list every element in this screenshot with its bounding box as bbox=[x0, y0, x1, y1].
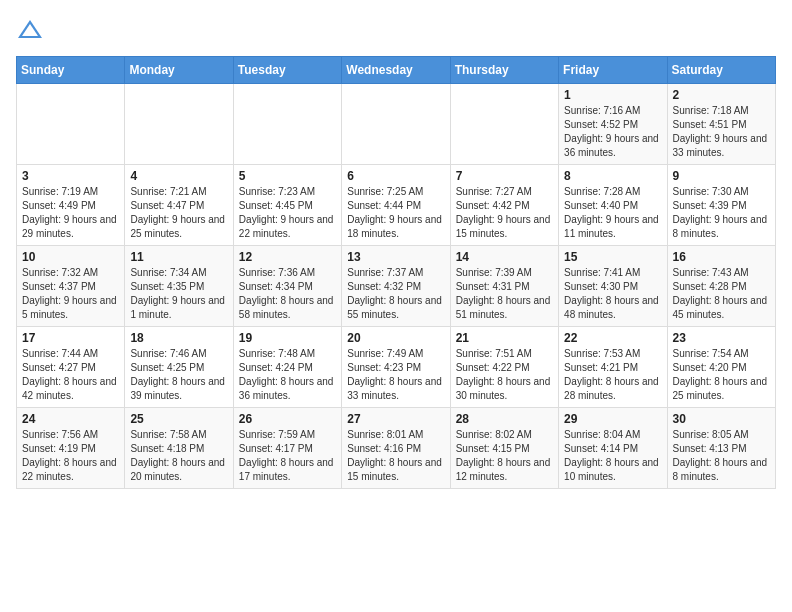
logo-icon bbox=[16, 16, 44, 44]
day-number: 7 bbox=[456, 169, 553, 183]
page-header bbox=[16, 16, 776, 44]
day-number: 30 bbox=[673, 412, 770, 426]
weekday-header-saturday: Saturday bbox=[667, 57, 775, 84]
day-info: Sunrise: 8:02 AM Sunset: 4:15 PM Dayligh… bbox=[456, 428, 553, 484]
calendar-cell: 14Sunrise: 7:39 AM Sunset: 4:31 PM Dayli… bbox=[450, 246, 558, 327]
day-number: 17 bbox=[22, 331, 119, 345]
day-info: Sunrise: 7:56 AM Sunset: 4:19 PM Dayligh… bbox=[22, 428, 119, 484]
week-row-1: 3Sunrise: 7:19 AM Sunset: 4:49 PM Daylig… bbox=[17, 165, 776, 246]
day-number: 24 bbox=[22, 412, 119, 426]
day-number: 11 bbox=[130, 250, 227, 264]
logo bbox=[16, 16, 48, 44]
day-info: Sunrise: 7:16 AM Sunset: 4:52 PM Dayligh… bbox=[564, 104, 661, 160]
calendar-cell: 20Sunrise: 7:49 AM Sunset: 4:23 PM Dayli… bbox=[342, 327, 450, 408]
weekday-header-friday: Friday bbox=[559, 57, 667, 84]
day-number: 16 bbox=[673, 250, 770, 264]
day-number: 25 bbox=[130, 412, 227, 426]
day-info: Sunrise: 7:21 AM Sunset: 4:47 PM Dayligh… bbox=[130, 185, 227, 241]
calendar-cell: 27Sunrise: 8:01 AM Sunset: 4:16 PM Dayli… bbox=[342, 408, 450, 489]
calendar-cell bbox=[342, 84, 450, 165]
calendar-cell: 12Sunrise: 7:36 AM Sunset: 4:34 PM Dayli… bbox=[233, 246, 341, 327]
calendar-cell: 7Sunrise: 7:27 AM Sunset: 4:42 PM Daylig… bbox=[450, 165, 558, 246]
week-row-0: 1Sunrise: 7:16 AM Sunset: 4:52 PM Daylig… bbox=[17, 84, 776, 165]
day-number: 23 bbox=[673, 331, 770, 345]
calendar-cell: 4Sunrise: 7:21 AM Sunset: 4:47 PM Daylig… bbox=[125, 165, 233, 246]
day-info: Sunrise: 8:05 AM Sunset: 4:13 PM Dayligh… bbox=[673, 428, 770, 484]
weekday-header-wednesday: Wednesday bbox=[342, 57, 450, 84]
calendar-cell bbox=[17, 84, 125, 165]
calendar-cell: 18Sunrise: 7:46 AM Sunset: 4:25 PM Dayli… bbox=[125, 327, 233, 408]
day-number: 10 bbox=[22, 250, 119, 264]
calendar-cell: 16Sunrise: 7:43 AM Sunset: 4:28 PM Dayli… bbox=[667, 246, 775, 327]
day-number: 9 bbox=[673, 169, 770, 183]
calendar-cell: 30Sunrise: 8:05 AM Sunset: 4:13 PM Dayli… bbox=[667, 408, 775, 489]
calendar-cell: 11Sunrise: 7:34 AM Sunset: 4:35 PM Dayli… bbox=[125, 246, 233, 327]
calendar-cell: 15Sunrise: 7:41 AM Sunset: 4:30 PM Dayli… bbox=[559, 246, 667, 327]
day-info: Sunrise: 7:53 AM Sunset: 4:21 PM Dayligh… bbox=[564, 347, 661, 403]
calendar-cell: 24Sunrise: 7:56 AM Sunset: 4:19 PM Dayli… bbox=[17, 408, 125, 489]
day-number: 28 bbox=[456, 412, 553, 426]
day-number: 8 bbox=[564, 169, 661, 183]
day-number: 27 bbox=[347, 412, 444, 426]
day-info: Sunrise: 7:48 AM Sunset: 4:24 PM Dayligh… bbox=[239, 347, 336, 403]
day-number: 3 bbox=[22, 169, 119, 183]
day-info: Sunrise: 7:49 AM Sunset: 4:23 PM Dayligh… bbox=[347, 347, 444, 403]
day-info: Sunrise: 7:34 AM Sunset: 4:35 PM Dayligh… bbox=[130, 266, 227, 322]
weekday-header-row: SundayMondayTuesdayWednesdayThursdayFrid… bbox=[17, 57, 776, 84]
day-info: Sunrise: 7:37 AM Sunset: 4:32 PM Dayligh… bbox=[347, 266, 444, 322]
calendar-cell: 2Sunrise: 7:18 AM Sunset: 4:51 PM Daylig… bbox=[667, 84, 775, 165]
calendar-cell: 21Sunrise: 7:51 AM Sunset: 4:22 PM Dayli… bbox=[450, 327, 558, 408]
calendar-header: SundayMondayTuesdayWednesdayThursdayFrid… bbox=[17, 57, 776, 84]
calendar-cell: 3Sunrise: 7:19 AM Sunset: 4:49 PM Daylig… bbox=[17, 165, 125, 246]
calendar-cell bbox=[233, 84, 341, 165]
day-info: Sunrise: 7:18 AM Sunset: 4:51 PM Dayligh… bbox=[673, 104, 770, 160]
calendar-body: 1Sunrise: 7:16 AM Sunset: 4:52 PM Daylig… bbox=[17, 84, 776, 489]
calendar-cell: 26Sunrise: 7:59 AM Sunset: 4:17 PM Dayli… bbox=[233, 408, 341, 489]
calendar-cell: 28Sunrise: 8:02 AM Sunset: 4:15 PM Dayli… bbox=[450, 408, 558, 489]
day-info: Sunrise: 7:51 AM Sunset: 4:22 PM Dayligh… bbox=[456, 347, 553, 403]
day-info: Sunrise: 7:59 AM Sunset: 4:17 PM Dayligh… bbox=[239, 428, 336, 484]
day-number: 14 bbox=[456, 250, 553, 264]
calendar-table: SundayMondayTuesdayWednesdayThursdayFrid… bbox=[16, 56, 776, 489]
calendar-cell: 19Sunrise: 7:48 AM Sunset: 4:24 PM Dayli… bbox=[233, 327, 341, 408]
day-info: Sunrise: 7:36 AM Sunset: 4:34 PM Dayligh… bbox=[239, 266, 336, 322]
day-number: 22 bbox=[564, 331, 661, 345]
day-info: Sunrise: 7:43 AM Sunset: 4:28 PM Dayligh… bbox=[673, 266, 770, 322]
calendar-cell: 1Sunrise: 7:16 AM Sunset: 4:52 PM Daylig… bbox=[559, 84, 667, 165]
day-number: 19 bbox=[239, 331, 336, 345]
day-info: Sunrise: 7:44 AM Sunset: 4:27 PM Dayligh… bbox=[22, 347, 119, 403]
calendar-cell: 29Sunrise: 8:04 AM Sunset: 4:14 PM Dayli… bbox=[559, 408, 667, 489]
week-row-2: 10Sunrise: 7:32 AM Sunset: 4:37 PM Dayli… bbox=[17, 246, 776, 327]
day-info: Sunrise: 7:23 AM Sunset: 4:45 PM Dayligh… bbox=[239, 185, 336, 241]
week-row-3: 17Sunrise: 7:44 AM Sunset: 4:27 PM Dayli… bbox=[17, 327, 776, 408]
calendar-cell: 25Sunrise: 7:58 AM Sunset: 4:18 PM Dayli… bbox=[125, 408, 233, 489]
day-number: 1 bbox=[564, 88, 661, 102]
calendar-cell: 5Sunrise: 7:23 AM Sunset: 4:45 PM Daylig… bbox=[233, 165, 341, 246]
day-number: 15 bbox=[564, 250, 661, 264]
day-number: 21 bbox=[456, 331, 553, 345]
day-info: Sunrise: 8:04 AM Sunset: 4:14 PM Dayligh… bbox=[564, 428, 661, 484]
week-row-4: 24Sunrise: 7:56 AM Sunset: 4:19 PM Dayli… bbox=[17, 408, 776, 489]
calendar-cell: 10Sunrise: 7:32 AM Sunset: 4:37 PM Dayli… bbox=[17, 246, 125, 327]
day-number: 2 bbox=[673, 88, 770, 102]
day-number: 4 bbox=[130, 169, 227, 183]
weekday-header-monday: Monday bbox=[125, 57, 233, 84]
day-info: Sunrise: 8:01 AM Sunset: 4:16 PM Dayligh… bbox=[347, 428, 444, 484]
calendar-cell: 6Sunrise: 7:25 AM Sunset: 4:44 PM Daylig… bbox=[342, 165, 450, 246]
day-info: Sunrise: 7:54 AM Sunset: 4:20 PM Dayligh… bbox=[673, 347, 770, 403]
weekday-header-tuesday: Tuesday bbox=[233, 57, 341, 84]
day-number: 5 bbox=[239, 169, 336, 183]
calendar-cell: 13Sunrise: 7:37 AM Sunset: 4:32 PM Dayli… bbox=[342, 246, 450, 327]
weekday-header-sunday: Sunday bbox=[17, 57, 125, 84]
day-number: 29 bbox=[564, 412, 661, 426]
day-number: 13 bbox=[347, 250, 444, 264]
day-info: Sunrise: 7:41 AM Sunset: 4:30 PM Dayligh… bbox=[564, 266, 661, 322]
calendar-cell bbox=[450, 84, 558, 165]
day-info: Sunrise: 7:30 AM Sunset: 4:39 PM Dayligh… bbox=[673, 185, 770, 241]
day-number: 26 bbox=[239, 412, 336, 426]
calendar-cell: 17Sunrise: 7:44 AM Sunset: 4:27 PM Dayli… bbox=[17, 327, 125, 408]
day-info: Sunrise: 7:39 AM Sunset: 4:31 PM Dayligh… bbox=[456, 266, 553, 322]
day-info: Sunrise: 7:46 AM Sunset: 4:25 PM Dayligh… bbox=[130, 347, 227, 403]
day-info: Sunrise: 7:28 AM Sunset: 4:40 PM Dayligh… bbox=[564, 185, 661, 241]
day-info: Sunrise: 7:19 AM Sunset: 4:49 PM Dayligh… bbox=[22, 185, 119, 241]
